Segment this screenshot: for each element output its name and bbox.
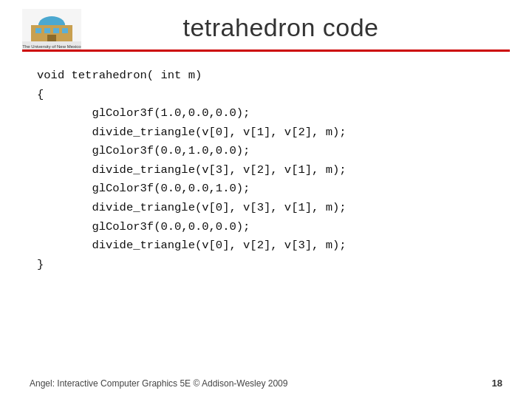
main-content: void tetrahedron( int m) { glColor3f(1.0… — [0, 66, 532, 370]
logo-text: The University of New Mexico — [22, 44, 81, 50]
logo: The University of New Mexico — [22, 9, 81, 50]
footer-citation: Angel: Interactive Computer Graphics 5E … — [30, 378, 287, 389]
title-divider — [22, 50, 510, 52]
svg-rect-5 — [53, 28, 59, 33]
footer: Angel: Interactive Computer Graphics 5E … — [0, 370, 532, 399]
svg-rect-7 — [47, 35, 56, 41]
page-title: tetrahedron code — [59, 13, 502, 42]
page-number: 18 — [492, 378, 502, 389]
header: The University of New Mexico tetrahedron… — [0, 0, 532, 50]
svg-rect-4 — [44, 28, 50, 33]
svg-rect-3 — [35, 28, 41, 33]
slide: The University of New Mexico tetrahedron… — [0, 0, 532, 399]
svg-rect-6 — [62, 28, 68, 33]
logo-svg — [22, 9, 81, 50]
code-block: void tetrahedron( int m) { glColor3f(1.0… — [37, 66, 495, 274]
